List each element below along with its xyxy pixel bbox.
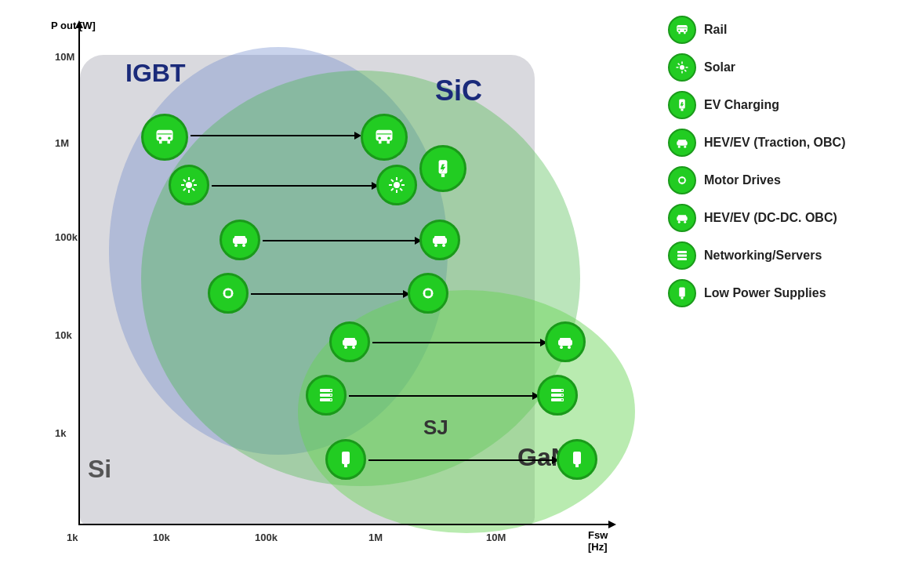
- arrow-hev-dcdc: [372, 342, 541, 343]
- svg-rect-31: [441, 174, 445, 177]
- svg-rect-90: [678, 215, 687, 217]
- svg-rect-97: [681, 297, 684, 299]
- svg-rect-0: [157, 130, 173, 141]
- svg-rect-95: [677, 258, 687, 260]
- x-label-10m: 10M: [486, 532, 506, 543]
- legend-icon-hev-dcdc: [668, 204, 696, 232]
- legend-item-motor-drives: Motor Drives: [668, 166, 895, 194]
- svg-rect-68: [677, 25, 688, 32]
- arrow-hev-traction: [263, 240, 416, 241]
- svg-point-92: [684, 221, 686, 223]
- label-sic: SiC: [435, 74, 482, 107]
- x-label-1m: 1M: [368, 532, 383, 543]
- svg-line-28: [400, 180, 402, 182]
- svg-line-20: [183, 188, 186, 191]
- label-igbt: IGBT: [125, 59, 185, 88]
- solar-icon-left: [169, 165, 209, 205]
- svg-rect-7: [379, 140, 382, 144]
- svg-point-72: [684, 30, 686, 31]
- legend-label-ev-charging: EV Charging: [704, 98, 779, 112]
- svg-point-63: [561, 399, 563, 401]
- legend-item-rail: Rail: [668, 16, 895, 44]
- svg-point-10: [387, 136, 390, 140]
- svg-point-50: [560, 346, 563, 349]
- y-label-1k: 1k: [55, 427, 66, 439]
- legend-icon-motor-drives: [668, 166, 696, 194]
- legend-icon-solar: [668, 53, 696, 82]
- svg-line-18: [192, 188, 194, 191]
- arrow-rail: [191, 135, 355, 136]
- legend-icon-networking: [668, 241, 696, 270]
- svg-point-62: [561, 394, 563, 396]
- legend-icon-lowpower: [668, 279, 696, 307]
- svg-point-39: [442, 244, 445, 247]
- legend-label-hev-traction: HEV/EV (Traction, OBC): [704, 136, 845, 150]
- svg-rect-66: [573, 452, 581, 464]
- legend-item-hev-dcdc: HEV/EV (DC-DC. OBC): [668, 204, 895, 232]
- svg-rect-6: [376, 130, 393, 141]
- svg-point-46: [344, 346, 347, 349]
- svg-rect-45: [344, 338, 355, 341]
- y-label-100k: 100k: [55, 231, 78, 243]
- svg-rect-96: [679, 288, 685, 297]
- arrow-lowpower: [368, 459, 553, 461]
- svg-rect-82: [681, 109, 684, 111]
- svg-point-21: [394, 182, 400, 188]
- svg-rect-5: [158, 133, 172, 134]
- svg-rect-93: [677, 251, 687, 253]
- svg-line-79: [678, 64, 680, 65]
- svg-point-35: [242, 244, 245, 247]
- y-label-10k: 10k: [55, 329, 72, 341]
- hev-dcdc-icon-right: [545, 321, 586, 362]
- svg-point-38: [434, 244, 437, 247]
- svg-point-88: [680, 178, 684, 183]
- networking-icon-left: [306, 375, 347, 416]
- svg-point-43: [425, 290, 431, 296]
- axis-title-y: P out [W]: [51, 20, 96, 31]
- legend-item-hev-traction: HEV/EV (Traction, OBC): [668, 129, 895, 157]
- legend-label-motor-drives: Motor Drives: [704, 173, 781, 187]
- svg-rect-2: [168, 140, 171, 144]
- svg-rect-73: [677, 27, 687, 28]
- svg-rect-49: [560, 338, 571, 341]
- svg-point-55: [330, 390, 332, 391]
- svg-point-86: [684, 146, 686, 148]
- legend-label-hev-dcdc: HEV/EV (DC-DC. OBC): [704, 211, 837, 225]
- rail-icon-left: [141, 114, 188, 161]
- svg-rect-65: [344, 464, 347, 467]
- svg-point-9: [378, 136, 381, 140]
- ev-charging-icon: [419, 145, 466, 192]
- x-axis: [78, 524, 612, 525]
- arrow-solar: [212, 185, 372, 187]
- x-label-1k: 1k: [67, 532, 78, 543]
- svg-line-26: [391, 180, 394, 182]
- svg-rect-8: [387, 140, 390, 144]
- svg-rect-67: [575, 464, 579, 467]
- svg-rect-94: [677, 255, 687, 257]
- legend-icon-ev-charging: [668, 91, 696, 119]
- x-label-10k: 10k: [153, 532, 170, 543]
- legend-label-solar: Solar: [704, 60, 735, 74]
- legend-icon-hev-traction: [668, 129, 696, 157]
- svg-point-85: [678, 146, 681, 148]
- svg-line-29: [391, 188, 394, 191]
- svg-line-80: [684, 70, 686, 71]
- svg-rect-11: [377, 133, 392, 134]
- legend-item-networking: Networking/Servers: [668, 241, 895, 270]
- hev-dcdc-icon-left: [329, 321, 370, 362]
- legend: Rail Solar EV Charging HEV/EV (Traction,…: [668, 16, 895, 317]
- svg-rect-1: [159, 140, 162, 144]
- svg-rect-70: [684, 31, 685, 34]
- svg-point-91: [678, 221, 681, 223]
- legend-item-solar: Solar: [668, 53, 895, 82]
- arrow-networking: [349, 395, 533, 397]
- y-label-1m: 1M: [55, 137, 69, 149]
- svg-line-19: [192, 180, 194, 182]
- svg-point-51: [568, 346, 571, 349]
- motor-icon-left: [208, 273, 249, 314]
- svg-rect-37: [434, 236, 445, 239]
- axis-title-x: Fsw [Hz]: [588, 529, 627, 553]
- svg-point-74: [680, 65, 684, 70]
- legend-label-lowpower: Low Power Supplies: [704, 286, 826, 300]
- label-si: Si: [88, 455, 111, 484]
